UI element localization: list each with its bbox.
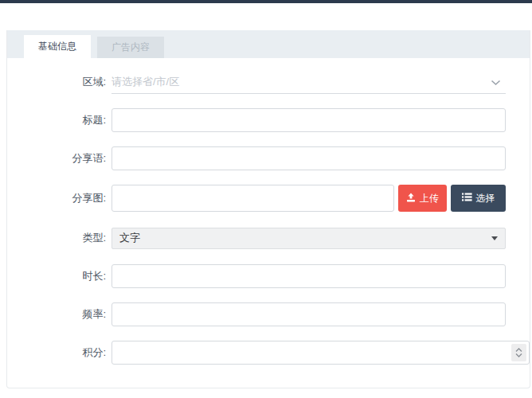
- share-image-input[interactable]: [111, 185, 394, 212]
- select-button-label: 选择: [476, 192, 495, 205]
- tab-basic-info[interactable]: 基础信息: [24, 35, 91, 58]
- field-row-duration: 时长:: [7, 264, 530, 288]
- list-icon: [462, 193, 472, 204]
- field-row-type: 类型: 文字: [7, 226, 530, 250]
- type-label: 类型:: [7, 231, 106, 245]
- title-input[interactable]: [111, 108, 506, 132]
- share-image-label: 分享图:: [7, 191, 106, 205]
- points-input-wrap: [111, 341, 530, 365]
- select-button[interactable]: 选择: [451, 185, 506, 212]
- points-label: 积分:: [7, 345, 106, 360]
- duration-label: 时长:: [7, 269, 106, 283]
- upload-button-label: 上传: [420, 192, 439, 205]
- tab-ad-content[interactable]: 广告内容: [97, 37, 164, 58]
- field-row-share-image: 分享图: 上传: [7, 185, 530, 212]
- form-card: 基础信息 广告内容 区域: 请选择省/市/区 标题: 分享语: [6, 30, 530, 388]
- type-select[interactable]: 文字: [111, 228, 506, 249]
- field-row-points: 积分:: [7, 341, 530, 365]
- share-text-label: 分享语:: [7, 151, 106, 166]
- frequency-input[interactable]: [111, 302, 506, 326]
- tab-bar: 基础信息 广告内容: [7, 30, 530, 58]
- field-row-region: 区域: 请选择省/市/区: [7, 70, 530, 94]
- region-label: 区域:: [7, 75, 106, 89]
- duration-input[interactable]: [111, 264, 506, 288]
- frequency-label: 频率:: [7, 307, 106, 322]
- top-accent-bar: [0, 0, 532, 3]
- basic-info-form: 区域: 请选择省/市/区 标题: 分享语:: [7, 58, 530, 365]
- caret-down-icon: [491, 236, 498, 240]
- points-spinner[interactable]: [511, 344, 526, 361]
- title-label: 标题:: [7, 113, 106, 127]
- share-text-input[interactable]: [111, 146, 506, 170]
- upload-button[interactable]: 上传: [398, 185, 447, 212]
- points-input[interactable]: [112, 341, 529, 364]
- chevron-down-icon: [491, 75, 501, 89]
- field-row-share-text: 分享语:: [7, 146, 530, 170]
- field-row-title: 标题:: [7, 108, 530, 132]
- region-placeholder: 请选择省/市/区: [111, 75, 179, 89]
- spinner-down-icon: [515, 353, 522, 357]
- type-select-value: 文字: [119, 231, 140, 245]
- upload-icon: [406, 193, 416, 205]
- region-select[interactable]: 请选择省/市/区: [111, 70, 506, 94]
- field-row-frequency: 频率:: [7, 302, 530, 326]
